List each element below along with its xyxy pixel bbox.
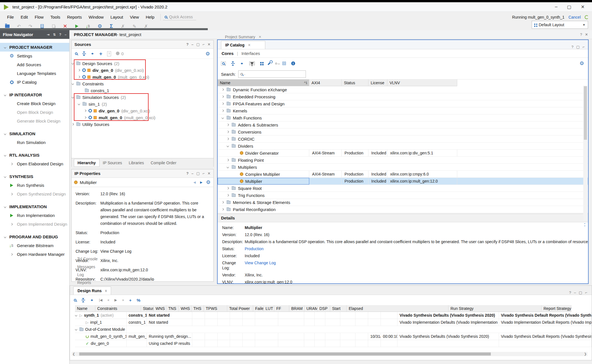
catalog-row[interactable]: Multipliers bbox=[218, 164, 588, 171]
cancel-link[interactable]: Cancel bbox=[568, 15, 581, 19]
design-run-row[interactable]: ▷ synth_1 (active) constrs_1 Not started bbox=[75, 312, 592, 319]
column-header[interactable]: Name bbox=[75, 305, 95, 312]
expand-chevron-icon[interactable] bbox=[222, 95, 224, 98]
flow-nav-item[interactable]: Settings bbox=[0, 52, 69, 60]
expand-chevron-icon[interactable] bbox=[84, 109, 87, 112]
column-header[interactable]: DSP bbox=[317, 305, 330, 312]
close-icon[interactable]: ✕ bbox=[585, 32, 588, 37]
expand-chevron-icon[interactable] bbox=[75, 328, 78, 331]
chevron-down-icon[interactable] bbox=[4, 46, 7, 49]
expand-chevron-icon[interactable] bbox=[235, 152, 238, 154]
customize-icon[interactable] bbox=[268, 62, 271, 65]
minimize-panel-icon[interactable]: – bbox=[65, 33, 67, 37]
expand-chevron-icon[interactable] bbox=[227, 187, 229, 190]
back-arrow-icon[interactable]: ◄ bbox=[193, 180, 196, 185]
catalog-row[interactable]: Embedded Processing bbox=[218, 93, 588, 100]
device-icon[interactable] bbox=[282, 62, 286, 65]
results-tab[interactable]: Log bbox=[73, 271, 111, 279]
help-icon[interactable]: ? bbox=[186, 42, 189, 46]
catalog-search-input[interactable]: - bbox=[238, 70, 306, 78]
info-icon[interactable]: i bbox=[291, 61, 295, 65]
source-tree-row[interactable]: mult_gen_0 (mult_gen_0.xci) bbox=[72, 74, 213, 80]
help-icon[interactable]: ? bbox=[569, 290, 571, 295]
maximize-panel-icon[interactable]: ▢ bbox=[576, 45, 580, 49]
source-tree-row[interactable]: mult_gen_0 (mult_gen_0.xci) bbox=[72, 114, 213, 121]
column-header[interactable]: Elapsed bbox=[347, 305, 449, 312]
help-icon[interactable]: ? bbox=[59, 33, 61, 37]
close-icon[interactable]: ✕ bbox=[581, 4, 585, 10]
flow-nav-section-header[interactable]: SYNTHESIS bbox=[0, 172, 69, 181]
expand-chevron-icon[interactable] bbox=[227, 145, 229, 147]
expand-chevron-icon[interactable] bbox=[75, 314, 78, 317]
percent-icon[interactable]: % bbox=[137, 298, 140, 303]
quick-access-input[interactable]: Quick Access bbox=[163, 14, 196, 20]
catalog-row[interactable]: Adders & Subtracters bbox=[218, 121, 588, 128]
flow-nav-section-header[interactable]: IMPLEMENTATION bbox=[0, 202, 69, 211]
flow-nav-item[interactable]: Run Synthesis bbox=[0, 181, 69, 190]
search-icon[interactable] bbox=[222, 62, 225, 65]
float-panel-icon[interactable]: ⌐ bbox=[203, 171, 205, 176]
minimize-panel-icon[interactable]: – bbox=[191, 42, 193, 46]
column-header[interactable]: WNS bbox=[154, 305, 166, 312]
interfaces-tab[interactable]: Interfaces bbox=[241, 51, 260, 56]
flow-nav-section-header[interactable]: SIMULATION bbox=[0, 129, 69, 138]
scrollbar-thumb[interactable] bbox=[79, 352, 491, 356]
source-tree-row[interactable]: div_gen_0 (div_gen_0.xci) bbox=[72, 107, 213, 114]
column-header[interactable]: Report Strategy bbox=[542, 305, 571, 312]
close-tab-icon[interactable]: ✕ bbox=[248, 43, 251, 47]
flow-nav-item[interactable]: Open Synthesized Design bbox=[0, 190, 69, 198]
collapse-all-icon[interactable] bbox=[81, 298, 85, 302]
expand-chevron-icon[interactable] bbox=[227, 194, 229, 197]
column-header[interactable]: BRAM bbox=[289, 305, 304, 312]
close-panel-icon[interactable]: ✕ bbox=[207, 171, 211, 176]
float-panel-icon[interactable]: ⌐ bbox=[585, 290, 587, 295]
expand-all-icon[interactable] bbox=[240, 61, 244, 66]
chevron-down-icon[interactable] bbox=[4, 205, 7, 208]
help-icon[interactable]: ? bbox=[580, 32, 582, 37]
results-tab[interactable]: Tcl Console bbox=[73, 255, 111, 263]
flow-nav-item[interactable]: Open Block Design bbox=[0, 108, 69, 117]
flow-nav-item[interactable]: IP Catalog bbox=[0, 78, 69, 86]
chevron-down-icon[interactable] bbox=[4, 175, 7, 178]
expand-chevron-icon[interactable] bbox=[84, 116, 87, 119]
menu-item[interactable]: View bbox=[127, 14, 142, 21]
column-header[interactable]: Constraints bbox=[95, 305, 141, 312]
document-tab[interactable]: IP Catalog ✕ bbox=[221, 41, 265, 49]
help-icon[interactable]: ? bbox=[186, 171, 189, 176]
expand-chevron-icon[interactable] bbox=[81, 321, 84, 324]
column-header[interactable]: Start bbox=[330, 305, 347, 312]
group-by-icon[interactable] bbox=[260, 62, 262, 63]
menu-item[interactable]: Window bbox=[85, 14, 107, 21]
sources-tab[interactable]: Compile Order bbox=[147, 159, 180, 167]
scroll-right-icon[interactable]: ❯ bbox=[583, 352, 587, 356]
expand-chevron-icon[interactable] bbox=[222, 208, 224, 211]
sources-tab[interactable]: Libraries bbox=[125, 159, 147, 167]
vertical-scrollbar[interactable]: ⌄⌄ bbox=[583, 86, 587, 221]
expand-chevron-icon[interactable] bbox=[72, 62, 74, 65]
maximize-panel-icon[interactable]: ▢ bbox=[196, 42, 200, 46]
column-header-axi4[interactable]: AXI4 bbox=[309, 79, 342, 86]
catalog-row[interactable]: Multiplier Production Included xilinx.co… bbox=[218, 178, 588, 185]
flow-nav-item[interactable]: Add Sources bbox=[0, 60, 69, 69]
column-header[interactable]: Total Power bbox=[227, 305, 253, 312]
flow-nav-item[interactable]: Run Implementation bbox=[0, 211, 69, 220]
expand-chevron-icon[interactable] bbox=[78, 69, 81, 72]
catalog-row[interactable]: Dividers bbox=[218, 143, 588, 150]
minimize-panel-icon[interactable]: – bbox=[191, 171, 193, 176]
flow-nav-item[interactable]: Open Hardware Manager bbox=[0, 250, 69, 259]
layout-selector[interactable]: Default Layout ▼ bbox=[532, 21, 588, 29]
catalog-row[interactable]: CORDIC bbox=[218, 136, 588, 143]
close-tab-icon[interactable]: x bbox=[105, 289, 107, 293]
expand-chevron-icon[interactable] bbox=[227, 159, 229, 161]
cores-tab[interactable]: Cores bbox=[222, 51, 234, 56]
collapse-all-icon[interactable] bbox=[82, 52, 86, 56]
minimize-panel-icon[interactable]: – bbox=[574, 290, 576, 295]
dock-icon[interactable]: ⇥ bbox=[47, 33, 50, 37]
catalog-row[interactable]: Complex Multiplier AXI4-Stream Productio… bbox=[218, 171, 588, 178]
float-panel-icon[interactable]: ⌐ bbox=[582, 45, 585, 49]
close-tab-icon[interactable]: ✕ bbox=[259, 35, 261, 39]
source-tree-row[interactable]: Utility Sources bbox=[72, 121, 213, 128]
catalog-row[interactable]: Conversions bbox=[218, 128, 588, 136]
flow-nav-item[interactable]: Generate Block Design bbox=[0, 117, 69, 125]
source-tree-row[interactable]: Simulation Sources (2) bbox=[72, 94, 213, 101]
